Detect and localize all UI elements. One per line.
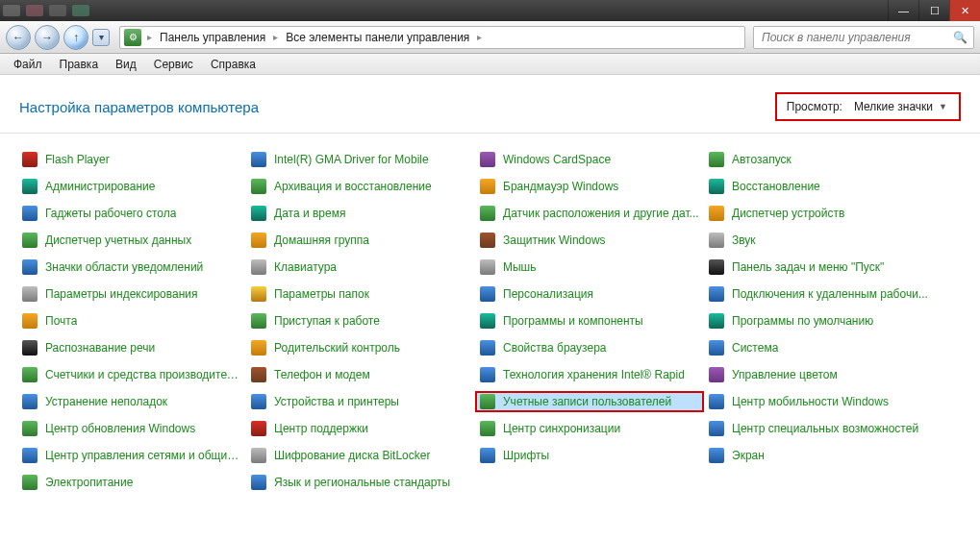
- content-area: Flash PlayerIntel(R) GMA Driver for Mobi…: [0, 134, 980, 540]
- cp-item-label: Центр поддержки: [274, 422, 368, 435]
- view-value: Мелкие значки: [854, 100, 933, 113]
- cp-item-icon: [480, 313, 495, 329]
- cp-item[interactable]: Экран: [704, 445, 933, 466]
- cp-item-label: Windows CardSpace: [503, 153, 611, 166]
- cp-item-icon: [480, 394, 495, 409]
- cp-item-label: Устройства и принтеры: [274, 395, 399, 408]
- cp-item-icon: [22, 475, 38, 490]
- cp-item-icon: [251, 475, 266, 490]
- crumb-all-items[interactable]: Все элементы панели управления: [280, 31, 475, 44]
- cp-item[interactable]: Центр управления сетями и общим ...: [17, 445, 246, 466]
- cp-item[interactable]: Язык и региональные стандарты: [246, 472, 475, 493]
- cp-item[interactable]: Устранение неполадок: [17, 391, 246, 412]
- close-button[interactable]: ✕: [949, 0, 980, 21]
- cp-item[interactable]: Технология хранения Intel® Rapid: [475, 364, 704, 385]
- cp-item-icon: [709, 286, 724, 302]
- cp-item[interactable]: Windows CardSpace: [475, 149, 704, 170]
- cp-item-label: Автозапуск: [732, 153, 792, 166]
- menu-tools[interactable]: Сервис: [146, 56, 201, 73]
- cp-item[interactable]: Шрифты: [475, 445, 704, 466]
- cp-item[interactable]: Администрирование: [17, 176, 246, 197]
- cp-item[interactable]: Архивация и восстановление: [246, 176, 475, 197]
- menu-help[interactable]: Справка: [203, 56, 264, 73]
- cp-item[interactable]: Учетные записи пользователей: [475, 391, 704, 412]
- menu-edit[interactable]: Правка: [52, 56, 107, 73]
- search-input[interactable]: [760, 30, 953, 45]
- cp-item[interactable]: Intel(R) GMA Driver for Mobile: [246, 149, 475, 170]
- maximize-button[interactable]: ☐: [918, 0, 949, 21]
- cp-item[interactable]: Значки области уведомлений: [17, 257, 246, 278]
- cp-item[interactable]: Восстановление: [704, 176, 933, 197]
- menu-view[interactable]: Вид: [108, 56, 144, 73]
- cp-item[interactable]: Система: [704, 337, 933, 358]
- cp-item-label: Диспетчер учетных данных: [45, 233, 191, 247]
- cp-item[interactable]: Flash Player: [17, 149, 246, 170]
- cp-item[interactable]: Мышь: [475, 257, 704, 278]
- cp-item[interactable]: Телефон и модем: [246, 364, 475, 385]
- cp-item[interactable]: Счетчики и средства производитель...: [17, 364, 246, 385]
- cp-item[interactable]: Шифрование диска BitLocker: [246, 445, 475, 466]
- cp-item-label: Подключения к удаленным рабочи...: [732, 287, 928, 301]
- menu-file[interactable]: Файл: [6, 56, 50, 73]
- cp-item[interactable]: Центр синхронизации: [475, 418, 704, 439]
- history-dropdown[interactable]: ▾: [92, 29, 110, 46]
- title-bar: — ☐ ✕: [0, 0, 980, 21]
- cp-item[interactable]: Центр поддержки: [246, 418, 475, 439]
- cp-item[interactable]: Распознавание речи: [17, 337, 246, 358]
- cp-item[interactable]: Почта: [17, 310, 246, 331]
- view-dropdown[interactable]: Мелкие значки ▼: [854, 100, 947, 113]
- explorer-window: — ☐ ✕ ← → ↑ ▾ ⚙ ▸ Панель управления ▸ Вс…: [0, 0, 980, 540]
- cp-item[interactable]: Родительский контроль: [246, 337, 475, 358]
- cp-item[interactable]: Панель задач и меню "Пуск": [704, 257, 933, 278]
- cp-item[interactable]: Диспетчер устройств: [704, 203, 933, 224]
- cp-item[interactable]: Управление цветом: [704, 364, 933, 385]
- search-box[interactable]: 🔍: [753, 26, 974, 49]
- cp-item[interactable]: Персонализация: [475, 283, 704, 305]
- cp-item[interactable]: Подключения к удаленным рабочи...: [704, 283, 933, 305]
- cp-item[interactable]: Гаджеты рабочего стола: [17, 203, 246, 224]
- cp-item[interactable]: Датчик расположения и другие дат...: [475, 203, 704, 224]
- cp-item-label: Технология хранения Intel® Rapid: [503, 368, 685, 381]
- cp-item[interactable]: Свойства браузера: [475, 337, 704, 358]
- minimize-button[interactable]: —: [888, 0, 918, 21]
- cp-item[interactable]: Дата и время: [246, 203, 475, 224]
- cp-item-label: Счетчики и средства производитель...: [45, 368, 241, 381]
- crumb-sep-icon: ▸: [475, 32, 484, 42]
- menu-bar: Файл Правка Вид Сервис Справка: [0, 54, 980, 75]
- breadcrumb-bar[interactable]: ⚙ ▸ Панель управления ▸ Все элементы пан…: [119, 26, 745, 49]
- cp-item[interactable]: Звук: [704, 230, 933, 251]
- cp-item[interactable]: Параметры индексирования: [17, 283, 246, 305]
- cp-item[interactable]: Центр специальных возможностей: [704, 418, 933, 439]
- cp-item[interactable]: Центр мобильности Windows: [704, 391, 933, 412]
- cp-item-label: Программы по умолчанию: [732, 314, 873, 328]
- up-button[interactable]: ↑: [63, 25, 88, 50]
- cp-item-label: Управление цветом: [732, 368, 838, 381]
- cp-item[interactable]: Электропитание: [17, 472, 246, 493]
- cp-item[interactable]: Брандмауэр Windows: [475, 176, 704, 197]
- cp-item[interactable]: Клавиатура: [246, 257, 475, 278]
- crumb-control-panel[interactable]: Панель управления: [154, 31, 271, 44]
- cp-item-label: Шрифты: [503, 449, 549, 462]
- chevron-down-icon: ▼: [939, 102, 947, 111]
- forward-button[interactable]: →: [35, 25, 60, 50]
- cp-item-icon: [480, 340, 495, 356]
- cp-item[interactable]: Диспетчер учетных данных: [17, 230, 246, 251]
- cp-item-icon: [480, 421, 495, 436]
- cp-item-label: Электропитание: [45, 476, 133, 489]
- cp-item-icon: [22, 313, 38, 329]
- cp-item[interactable]: Устройства и принтеры: [246, 391, 475, 412]
- cp-item-label: Язык и региональные стандарты: [274, 476, 450, 489]
- cp-item[interactable]: Параметры папок: [246, 283, 475, 305]
- back-button[interactable]: ←: [6, 25, 31, 50]
- cp-item[interactable]: Автозапуск: [704, 149, 933, 170]
- cp-item-label: Брандмауэр Windows: [503, 180, 618, 193]
- cp-item[interactable]: Приступая к работе: [246, 310, 475, 331]
- cp-item-icon: [709, 394, 724, 409]
- cp-item[interactable]: Программы и компоненты: [475, 310, 704, 331]
- cp-item-label: Распознавание речи: [45, 341, 155, 355]
- cp-item[interactable]: Защитник Windows: [475, 230, 704, 251]
- cp-item[interactable]: Центр обновления Windows: [17, 418, 246, 439]
- cp-item[interactable]: Домашняя группа: [246, 230, 475, 251]
- cp-item-icon: [22, 340, 38, 356]
- cp-item[interactable]: Программы по умолчанию: [704, 310, 933, 331]
